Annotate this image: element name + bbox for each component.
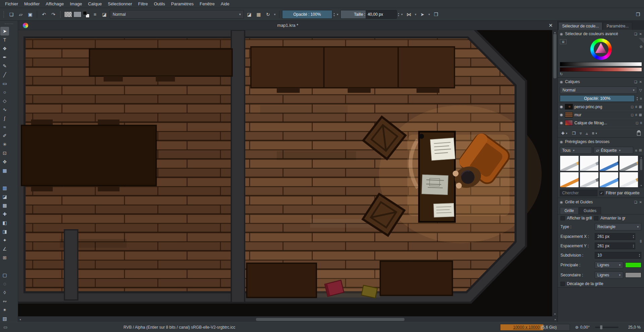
docker-menu-icon[interactable]: ◉ <box>560 80 563 84</box>
tool-measure[interactable]: ∠ <box>0 245 9 253</box>
menu-selectionner[interactable]: Sélectionner <box>105 1 135 6</box>
tool-rectangular-select[interactable]: ▢ <box>0 271 9 279</box>
brush-scroll-thumb[interactable] <box>640 159 642 170</box>
foreground-color-swatch[interactable] <box>83 11 87 15</box>
scroll-left-icon[interactable]: ◂ <box>19 318 21 321</box>
redo-icon[interactable]: ↷ <box>49 10 57 18</box>
chevron-down-icon[interactable]: ▾ <box>400 13 404 16</box>
zoom-slider[interactable] <box>595 327 619 328</box>
tool-pattern-edit[interactable]: ▩ <box>0 201 9 210</box>
scroll-up-icon[interactable]: ▴ <box>554 31 555 34</box>
brush-filter-select[interactable]: Tous ▾ <box>560 147 592 154</box>
brush-grid-scrollbar[interactable]: ▴ ▾ <box>639 155 643 188</box>
tool-crop[interactable]: ▦ <box>0 166 9 175</box>
visibility-eye-icon[interactable]: ◉ <box>560 105 563 109</box>
layer-style-icon[interactable]: ▦ <box>639 113 642 117</box>
visibility-eye-icon[interactable]: ◉ <box>560 113 563 117</box>
scroll-up-icon[interactable]: ▴ <box>641 156 642 159</box>
alpha-icon[interactable]: α <box>635 113 637 117</box>
show-grid-checkbox[interactable] <box>560 216 565 220</box>
mirror-horizontal-icon[interactable]: ⋈ <box>405 10 413 18</box>
scroll-down-icon[interactable]: ▾ <box>554 313 555 316</box>
vertical-scroll-track[interactable] <box>553 34 556 313</box>
chevron-down-icon[interactable]: ▾ <box>414 13 417 16</box>
layer-style-icon[interactable]: ▦ <box>639 105 642 109</box>
lock-icon[interactable]: ◻ <box>631 113 633 117</box>
chevron-down-icon[interactable]: ▾ <box>336 13 339 16</box>
value-shade-bar[interactable] <box>560 62 642 66</box>
layer-options-icon[interactable]: ≡ <box>640 96 642 101</box>
brush-preset-pencil-5[interactable] <box>619 172 638 188</box>
brush-scroll-track[interactable] <box>640 159 642 184</box>
tool-move[interactable]: ✥ <box>0 157 9 166</box>
tool-freehand-brush[interactable]: ✎ <box>0 62 9 70</box>
tab-settings[interactable]: Paramètre... <box>603 22 632 30</box>
tool-elliptical-select[interactable]: ◌ <box>0 279 9 288</box>
layer-properties-button[interactable]: ≡▾ <box>592 131 598 136</box>
chevron-down-icon[interactable]: ▾ <box>428 13 431 16</box>
memory-usage-bar[interactable]: 10000 x 10000 (5,6 Gio) <box>500 324 570 331</box>
close-docker-icon[interactable]: ✕ <box>639 200 642 204</box>
detail-list-icon[interactable]: ≡ <box>91 10 99 18</box>
opacity-slider[interactable]: Opacité : 100% <box>282 10 332 19</box>
menu-filtre[interactable]: Filtre <box>135 1 151 6</box>
tool-bezier-curve[interactable]: ∫ <box>0 114 9 123</box>
menu-affichage[interactable]: Affichage <box>43 1 67 6</box>
tool-line[interactable]: ╱ <box>0 70 9 79</box>
alpha-icon[interactable]: α <box>635 105 637 109</box>
filter-by-tag-checkbox[interactable]: ✓ <box>599 191 604 195</box>
horizontal-scrollbar[interactable]: ◂ ▸ <box>18 316 557 322</box>
brush-search-input[interactable] <box>560 190 597 196</box>
layer-opacity-slider[interactable]: Opacité: 100% <box>560 95 635 102</box>
undo-icon[interactable]: ↶ <box>40 10 48 18</box>
main-style-select[interactable]: Lignes ▾ <box>595 261 623 269</box>
tool-edit-shapes[interactable]: ❖ <box>0 44 9 53</box>
tool-transform[interactable]: ⊡ <box>0 149 9 157</box>
menu-calque[interactable]: Calque <box>85 1 105 6</box>
refresh-colors-icon[interactable]: ↻ <box>560 72 563 76</box>
tab-grille[interactable]: Grille <box>560 207 579 214</box>
thumbnail-view-icon[interactable]: ⊞ <box>639 148 642 152</box>
delete-layer-button[interactable] <box>637 131 641 136</box>
choose-workspace-icon[interactable]: ❐ <box>634 10 642 18</box>
tool-transform-select[interactable]: ➤ <box>0 27 9 36</box>
brush-preset-pencil-1[interactable] <box>560 155 579 171</box>
tool-calligraphy[interactable]: ✒ <box>0 53 9 62</box>
alpha-icon[interactable]: α <box>640 121 642 125</box>
menu-fenetre[interactable]: Fenêtre <box>197 1 218 6</box>
tool-freehand-select[interactable]: ∾ <box>0 297 9 306</box>
rotation-widget[interactable]: ⊚ 0,00° <box>575 325 590 330</box>
list-view-icon[interactable]: ≡ <box>635 148 637 152</box>
tool-freehand-path[interactable]: ≈ <box>0 123 9 131</box>
float-docker-icon[interactable]: ❏ <box>634 80 637 84</box>
tool-polygonal-select[interactable]: ◊ <box>0 288 9 297</box>
layer-row-mur[interactable]: ◉ mur ◻ α ▦ <box>558 111 644 119</box>
tab-guides[interactable]: Guides <box>579 207 601 214</box>
brush-preset-marker-orange[interactable] <box>560 172 579 188</box>
menu-aide[interactable]: Aide <box>218 1 232 6</box>
tool-text[interactable]: T <box>0 36 9 44</box>
toolbar-handle[interactable] <box>60 11 61 18</box>
tool-smart-patch[interactable]: ✚ <box>0 210 9 218</box>
blending-mode-select[interactable]: Normal ▾ <box>110 10 244 19</box>
preserve-alpha-icon[interactable]: ▦ <box>255 10 263 18</box>
lock-icon[interactable]: ◻ <box>636 121 638 125</box>
docker-menu-icon[interactable]: ◉ <box>560 140 563 144</box>
duplicate-layer-button[interactable]: ❐ <box>572 131 576 136</box>
edit-brush-settings-icon[interactable]: ◪ <box>100 10 108 18</box>
tool-rectangle[interactable]: ▭ <box>0 79 9 88</box>
tool-ellipse[interactable]: ○ <box>0 88 9 96</box>
layer-opacity-spinner[interactable]: ▴▾ <box>637 96 638 101</box>
opacity-spinner[interactable]: ▴▾ <box>334 12 335 17</box>
docker-menu-icon[interactable]: ◉ <box>560 32 563 36</box>
brush-size-slider[interactable]: Taille : 40,00 px <box>340 10 397 19</box>
reload-preset-icon[interactable]: ↻ <box>264 10 272 18</box>
color-history-icon[interactable]: ⊞ <box>560 39 567 44</box>
layer-row-calque-filtrage[interactable]: ◉ Calque de filtrag... ◻ α <box>558 119 644 127</box>
scroll-down-icon[interactable]: ▾ <box>641 184 642 187</box>
chevron-down-icon[interactable]: ▾ <box>273 13 276 16</box>
add-layer-button[interactable]: ✚▾ <box>561 131 568 136</box>
tool-polygon[interactable]: ◇ <box>0 96 9 105</box>
layer-blending-mode-select[interactable]: Normal ▾ <box>560 86 637 94</box>
brush-preset-pencil-3[interactable] <box>619 155 638 171</box>
